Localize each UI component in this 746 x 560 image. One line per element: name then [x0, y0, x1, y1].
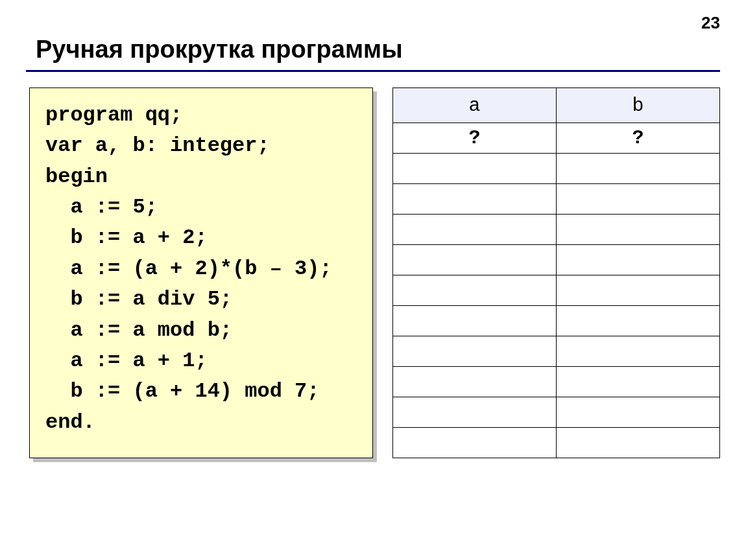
- code-line: begin: [45, 165, 108, 189]
- table-row: [393, 154, 720, 184]
- table-row: ??: [393, 123, 720, 154]
- cell-a: [393, 428, 557, 458]
- code-line: b := a + 2;: [45, 226, 208, 250]
- code-line: program qq;: [45, 103, 182, 127]
- header-a: a: [393, 88, 557, 123]
- trace-table: a b ??: [392, 88, 720, 458]
- cell-b: [557, 428, 720, 458]
- table-row: [393, 215, 720, 245]
- table-row: [393, 306, 720, 336]
- table-row: [393, 397, 720, 428]
- cell-a: [393, 184, 557, 215]
- page-number: 23: [701, 13, 720, 33]
- cell-a: [393, 275, 557, 306]
- code-line: var a, b: integer;: [45, 134, 270, 158]
- cell-b: [557, 275, 720, 306]
- cell-b: [557, 397, 720, 428]
- cell-b: [557, 336, 720, 367]
- cell-b: [557, 154, 720, 184]
- slide-title: Ручная прокрутка программы: [36, 36, 403, 64]
- content-row: program qq; var a, b: integer; begin a :…: [29, 88, 720, 458]
- title-underline: [26, 70, 720, 72]
- code-block: program qq; var a, b: integer; begin a :…: [29, 88, 373, 458]
- code-line: b := a div 5;: [45, 287, 232, 311]
- table-row: [393, 336, 720, 367]
- cell-a: [393, 154, 557, 184]
- cell-b: [557, 215, 720, 245]
- trace-table-wrap: a b ??: [392, 88, 720, 458]
- table-row: [393, 275, 720, 306]
- table-row: [393, 428, 720, 458]
- code-line: a := a + 1;: [45, 349, 208, 373]
- cell-a: [393, 336, 557, 367]
- code-line: a := 5;: [45, 195, 158, 219]
- table-row: [393, 245, 720, 275]
- cell-b: [557, 184, 720, 215]
- cell-a: [393, 306, 557, 336]
- cell-b: [557, 306, 720, 336]
- cell-b: [557, 245, 720, 275]
- table-row: [393, 367, 720, 397]
- cell-a: [393, 367, 557, 397]
- cell-b: ?: [557, 123, 720, 154]
- cell-a: ?: [393, 123, 557, 154]
- code-line: end.: [45, 410, 95, 434]
- table-row: [393, 184, 720, 215]
- cell-b: [557, 367, 720, 397]
- table-header-row: a b: [393, 88, 720, 123]
- cell-a: [393, 397, 557, 428]
- cell-a: [393, 215, 557, 245]
- cell-a: [393, 245, 557, 275]
- code-line: b := (a + 14) mod 7;: [45, 379, 319, 403]
- code-line: a := (a + 2)*(b – 3);: [45, 257, 332, 281]
- code-line: a := a mod b;: [45, 318, 232, 342]
- header-b: b: [557, 88, 720, 123]
